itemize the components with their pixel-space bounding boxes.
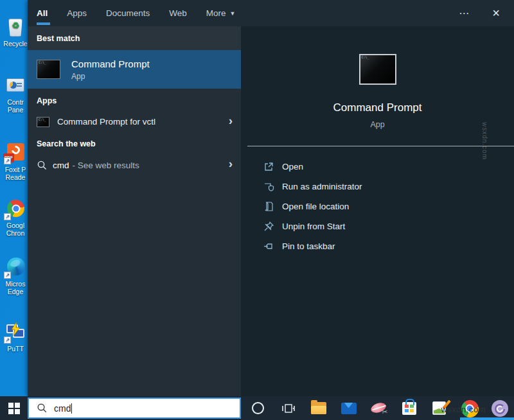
cortana-icon [252, 402, 264, 414]
taskbar-store-button[interactable] [394, 396, 424, 420]
shortcut-arrow-icon: ↗ [4, 213, 11, 220]
tab-web[interactable]: Web [169, 0, 187, 26]
desktop-icon-label: Pane [1, 106, 30, 114]
options-ellipsis-icon[interactable]: ⋯ [459, 7, 470, 19]
text-caret [71, 403, 72, 414]
tab-more[interactable]: More▼ [206, 0, 236, 26]
file-location-icon [263, 200, 275, 213]
microsoft-store-icon [402, 402, 416, 415]
recycle-bin-icon: ♻ [4, 16, 26, 38]
control-panel-icon [4, 74, 26, 96]
apps-section-header: Apps [28, 91, 241, 110]
desktop-icon-label: Reade [1, 173, 30, 181]
action-run-as-administrator[interactable]: Run as administrator [241, 177, 514, 197]
desktop-icon-putty[interactable]: ↗ PuTT [1, 321, 30, 353]
screen: ♻ Recycle Contr Pane PDF ↗ Foxit P Reade… [0, 0, 514, 420]
desktop-icon-foxit-reader[interactable]: PDF ↗ Foxit P Reade [1, 142, 30, 181]
divider [247, 146, 514, 146]
desktop-icon-label: Foxit P [1, 166, 30, 173]
search-filter-tabs: All Apps Documents Web More▼ ⋯ × [28, 0, 514, 26]
desktop-icon-label: PuTT [1, 345, 30, 353]
search-flyout: All Apps Documents Web More▼ ⋯ × Best ma… [28, 0, 514, 396]
watermark: wsxdn.com [441, 405, 486, 414]
command-prompt-icon [37, 117, 49, 127]
taskbar-search-box[interactable]: cmd [28, 398, 241, 419]
desktop-icon-label: Edge [1, 288, 30, 295]
desktop-icon-label: Micros [1, 280, 30, 288]
search-results-panel: Best match Command Prompt App Apps Comma… [28, 26, 241, 396]
open-icon [263, 161, 275, 173]
action-pin-to-taskbar[interactable]: Pin to taskbar [241, 236, 514, 256]
start-button[interactable] [0, 396, 28, 420]
result-cmd-web-search[interactable]: cmd - See web results › [28, 153, 241, 177]
web-section-header: Search the web [28, 134, 241, 153]
bottom-edge-strip [460, 417, 514, 420]
watermark-vertical: wsxdn.com [481, 122, 488, 160]
foxit-reader-icon: PDF ↗ [4, 142, 26, 164]
putty-icon: ↗ [4, 321, 26, 343]
shortcut-arrow-icon: ↗ [4, 157, 11, 164]
shortcut-arrow-icon: ↗ [4, 272, 11, 279]
result-command-prompt-for-vctl[interactable]: Command Prompt for vctl › [28, 110, 241, 133]
desktop-icon-label: Chron [1, 229, 30, 237]
taskbar-file-explorer-button[interactable] [303, 396, 333, 420]
chevron-right-icon[interactable]: › [229, 157, 233, 171]
taskbar-mail-button[interactable] [333, 396, 364, 420]
desktop-icon-recycle-bin[interactable]: ♻ Recycle [1, 16, 30, 48]
taskbar-cortana-button[interactable] [243, 396, 273, 420]
context-actions: Open Run as administrator Open file loca… [241, 157, 514, 256]
best-match-header: Best match [28, 26, 241, 50]
best-match-subtitle: App [71, 72, 150, 81]
bittorrent-icon [492, 400, 508, 417]
desktop-icon-microsoft-edge[interactable]: ↗ Micros Edge [1, 256, 30, 295]
taskbar: cmd ✂ [0, 396, 514, 420]
search-input-value[interactable]: cmd [54, 403, 71, 414]
admin-shield-icon [263, 180, 275, 193]
close-icon[interactable]: × [492, 6, 500, 21]
disc-scissors-icon: ✂ [371, 402, 387, 415]
file-explorer-icon [311, 402, 326, 414]
action-open[interactable]: Open [241, 157, 514, 177]
tab-documents[interactable]: Documents [106, 0, 150, 26]
search-icon [37, 160, 48, 171]
desktop-icon-label: Googl [1, 222, 30, 229]
desktop-icon-control-panel[interactable]: Contr Pane [1, 74, 30, 114]
task-view-icon [281, 402, 296, 415]
search-icon [37, 403, 48, 414]
desktop-icon-label: Recycle [1, 40, 30, 48]
taskbar-media-tool-button[interactable]: ✂ [364, 396, 394, 420]
preview-subtitle: App [241, 120, 514, 129]
taskbar-task-view-button[interactable] [273, 396, 303, 420]
command-prompt-icon-large [359, 54, 396, 85]
action-unpin-from-start[interactable]: Unpin from Start [241, 216, 514, 236]
desktop-icon-google-chrome[interactable]: ↗ Googl Chron [1, 198, 30, 237]
chevron-right-icon[interactable]: › [229, 114, 233, 128]
preview-panel: Command Prompt App Open [241, 26, 514, 396]
edge-icon: ↗ [4, 256, 26, 278]
unpin-icon [263, 220, 275, 232]
mail-icon [341, 403, 357, 414]
action-open-file-location[interactable]: Open file location [241, 197, 514, 216]
command-prompt-icon [37, 60, 60, 79]
tab-all[interactable]: All [37, 0, 48, 26]
chrome-icon: ↗ [4, 198, 26, 220]
pin-icon [263, 240, 275, 252]
best-match-title: Command Prompt [71, 58, 150, 69]
preview-title: Command Prompt [241, 101, 514, 114]
windows-logo-icon [8, 403, 20, 414]
tab-apps[interactable]: Apps [67, 0, 87, 26]
chevron-down-icon: ▼ [230, 10, 236, 17]
taskbar-bittorrent-button[interactable] [484, 396, 514, 420]
shortcut-arrow-icon: ↗ [4, 337, 11, 344]
desktop-icon-label: Contr [1, 98, 30, 106]
best-match-result-command-prompt[interactable]: Command Prompt App [28, 50, 241, 89]
